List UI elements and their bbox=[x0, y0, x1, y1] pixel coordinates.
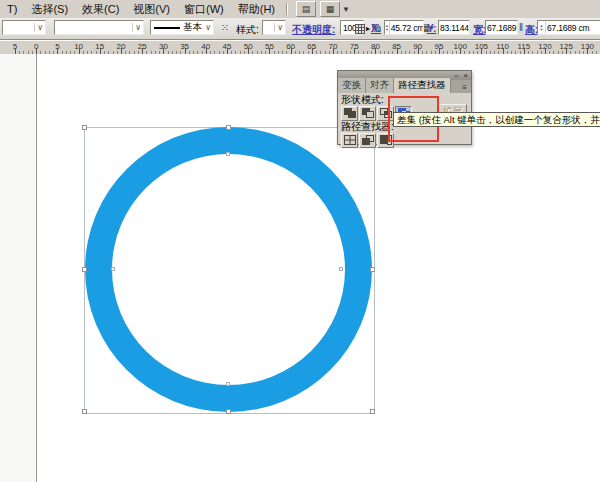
selection-handle[interactable] bbox=[226, 409, 231, 414]
panel-tabs-container: 变换对齐路径查找器 bbox=[338, 78, 451, 93]
graphic-style-dropdown[interactable]: ∨ bbox=[262, 20, 286, 35]
chevron-down-icon: ∨ bbox=[203, 23, 213, 32]
path-anchor[interactable] bbox=[226, 382, 230, 386]
selection-handle[interactable] bbox=[82, 125, 87, 130]
chevron-down-icon[interactable]: ▼ bbox=[342, 5, 350, 14]
selection-handle[interactable] bbox=[82, 409, 87, 414]
selection-handle[interactable] bbox=[226, 125, 231, 130]
close-icon[interactable]: × bbox=[463, 72, 468, 80]
y-input[interactable]: 83.1144 cm bbox=[438, 20, 470, 35]
path-anchor[interactable] bbox=[226, 152, 230, 156]
recolor-artwork-icon[interactable]: ⁙ bbox=[218, 21, 232, 34]
merge-icon bbox=[379, 134, 393, 148]
menu-item[interactable]: 视图(V) bbox=[126, 0, 177, 19]
menu-bar-items: T)选择(S)效果(C)视图(V)窗口(W)帮助(H) bbox=[0, 0, 282, 19]
height-input[interactable]: ▲▼ 67.1689 cm bbox=[537, 20, 600, 35]
chevron-down-icon: ∨ bbox=[132, 23, 143, 32]
path-anchor[interactable] bbox=[111, 267, 115, 271]
chevron-right-icon[interactable]: ▸ bbox=[366, 24, 370, 33]
menu-item[interactable]: 窗口(W) bbox=[177, 0, 231, 19]
y-link[interactable]: Y: bbox=[427, 23, 436, 34]
pathfinder-divide-button[interactable] bbox=[341, 133, 358, 148]
chevron-down-icon: ∨ bbox=[274, 23, 285, 32]
circle-shape[interactable] bbox=[85, 127, 372, 412]
pathfinder-buttons bbox=[341, 133, 468, 148]
exclude-tooltip: 差集 (按住 Alt 键单击，以创建一个复合形状，并排除重叠 bbox=[393, 112, 600, 127]
stroke-weight-dropdown[interactable]: ∨ bbox=[2, 20, 46, 35]
panel-tab-bar: 变换对齐路径查找器 ≡ bbox=[338, 80, 471, 93]
pathfinder-merge-button[interactable] bbox=[377, 133, 394, 148]
menu-separator bbox=[286, 3, 288, 15]
menu-item[interactable]: 效果(C) bbox=[75, 0, 126, 19]
menu-item[interactable]: 帮助(H) bbox=[231, 0, 282, 19]
x-link[interactable]: X: bbox=[371, 23, 381, 34]
bridge-icon[interactable]: ▤ bbox=[296, 1, 316, 17]
selection-handle[interactable] bbox=[82, 267, 87, 272]
illustrator-window: T)选择(S)效果(C)视图(V)窗口(W)帮助(H) ▤ ▦ ▼ ∨ ∨ 基本… bbox=[0, 0, 600, 482]
brush-definition-label: 基本 bbox=[183, 21, 202, 34]
stroke-preview-line bbox=[154, 27, 180, 29]
collapse-panel-icon[interactable]: ⇔ bbox=[452, 72, 460, 80]
intersect-icon bbox=[379, 107, 393, 121]
tab-变换[interactable]: 变换 bbox=[338, 78, 366, 93]
pasteboard-area bbox=[0, 54, 37, 482]
shape-mode-intersect-button[interactable] bbox=[377, 106, 394, 121]
minus-front-icon bbox=[361, 107, 375, 121]
menu-bar: T)选择(S)效果(C)视图(V)窗口(W)帮助(H) ▤ ▦ ▼ bbox=[0, 0, 600, 18]
opacity-link[interactable]: 不透明度: bbox=[292, 23, 335, 37]
trim-icon bbox=[361, 134, 375, 148]
workspace-icon[interactable]: ▦ bbox=[320, 1, 340, 17]
menu-item[interactable]: T) bbox=[0, 1, 24, 17]
width-input[interactable]: 67.1689 cm bbox=[485, 20, 518, 35]
shape-mode-minus-front-button[interactable] bbox=[359, 106, 376, 121]
selection-handle[interactable] bbox=[370, 409, 375, 414]
brush-definition-dropdown[interactable]: 基本 ∨ bbox=[150, 20, 214, 35]
divide-icon bbox=[343, 134, 357, 148]
tab-对齐[interactable]: 对齐 bbox=[366, 78, 394, 93]
panel-menu-icon[interactable]: ≡ bbox=[458, 82, 471, 93]
reference-point-icon[interactable] bbox=[352, 22, 366, 35]
x-input[interactable]: ▲▼ 45.72 cm bbox=[384, 20, 424, 35]
path-anchor[interactable] bbox=[339, 267, 343, 271]
constrain-proportions-icon[interactable]: ‖ bbox=[518, 21, 524, 34]
pathfinder-trim-button[interactable] bbox=[359, 133, 376, 148]
menu-item[interactable]: 选择(S) bbox=[24, 0, 75, 19]
selection-handle[interactable] bbox=[370, 267, 375, 272]
chevron-down-icon: ∨ bbox=[34, 23, 45, 32]
variable-width-dropdown[interactable]: ∨ bbox=[54, 20, 144, 35]
tab-路径查找器[interactable]: 路径查找器 bbox=[394, 78, 451, 93]
spinner-icon[interactable]: ▲▼ bbox=[538, 21, 546, 34]
unite-icon bbox=[343, 107, 357, 121]
pathfinder-panel: ⇔ × 变换对齐路径查找器 ≡ 形状模式: 路径查找器: 扩展 bbox=[337, 70, 472, 145]
control-bar: ∨ ∨ 基本 ∨ ⁙ 样式: ∨ 不透明度: 100 ▸ % ✎ ◔ ▦▾ X:… bbox=[0, 18, 600, 40]
style-label: 样式: bbox=[236, 23, 259, 37]
shape-mode-unite-button[interactable] bbox=[341, 106, 358, 121]
